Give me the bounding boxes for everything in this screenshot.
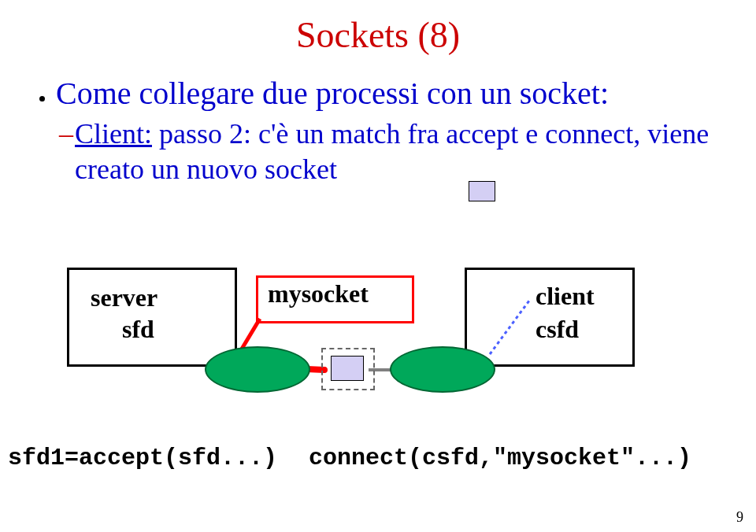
bullet-text: Come collegare due processi con un socke… — [56, 76, 609, 111]
sub-lead: Client: — [75, 118, 152, 150]
slide: Sockets (8) Come collegare due processi … — [0, 0, 756, 532]
client-fd-label: csfd — [536, 315, 579, 344]
code-accept: sfd1=accept(sfd...) — [8, 445, 277, 471]
page-number: 9 — [736, 509, 743, 526]
sub-rest: passo 2: c'è un match fra accept e conne… — [75, 118, 709, 185]
dash-icon: – — [59, 116, 73, 152]
slide-title: Sockets (8) — [0, 0, 756, 56]
code-connect: connect(csfd,"mysocket"...) — [309, 445, 691, 471]
server-label: server — [91, 283, 158, 312]
legend-socket-icon — [469, 181, 495, 201]
client-socket-oval — [390, 346, 495, 393]
bullet-icon — [39, 96, 45, 102]
server-socket-oval — [205, 346, 310, 393]
new-socket-icon — [331, 356, 364, 381]
server-fd-label: sfd — [122, 315, 154, 344]
mysocket-label: mysocket — [268, 279, 369, 308]
client-label: client — [536, 282, 595, 311]
sub-bullet: – Client: passo 2: c'è un match fra acce… — [75, 116, 724, 187]
bullet-row: Come collegare due processi con un socke… — [39, 75, 609, 112]
sub-text: Client: passo 2: c'è un match fra accept… — [75, 118, 709, 185]
